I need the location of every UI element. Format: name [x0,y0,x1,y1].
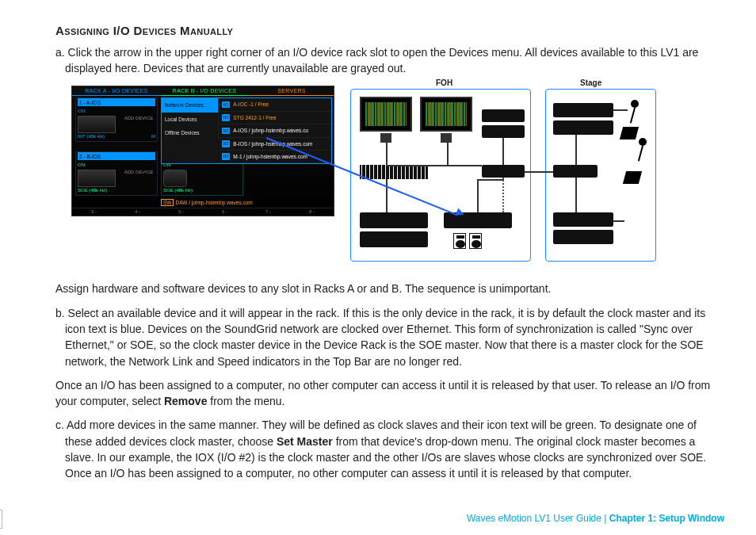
slot-2-title: 2 - B-IOS [78,152,155,160]
devices-menu-screenshot: RACK A - I/O DEVICES RACK B - I/O DEVICE… [71,86,334,216]
device-thumb [78,170,116,187]
soe-label: SOE (48k Hz) [163,187,193,195]
stage-rack [553,103,613,117]
stagebox-1 [482,109,525,122]
paragraph-b: b. Select an available device and it wil… [55,305,721,369]
monitor-2 [420,97,472,132]
rack-device [444,212,512,228]
devices-menu[interactable]: Network Devices Local Devices Offline De… [161,97,332,164]
device-thumb [163,170,187,187]
menu-cat-local[interactable]: Local Devices [162,113,219,126]
menu-item[interactable]: IOA-IOC -1 / Free [219,98,331,111]
stage-label: Stage [580,78,601,90]
section-heading: Assigning I/O Devices Manually [55,22,721,40]
slot-status: ON [78,108,85,115]
add-device-label: ADD DEVICE [124,170,154,175]
paragraph-a: a. Click the arrow in the upper right co… [55,44,721,77]
menu-item[interactable]: IOA-IOS / johnp-hsiembp.waves.co [219,124,331,137]
stage-rack [553,120,613,135]
slot-numbers: 3 -4 - 5 -6 - 7 -8 - [72,208,334,216]
stagebox-2 [482,125,525,138]
rack-a-header: RACK A - I/O DEVICES [72,86,161,96]
page-number: 42 [0,510,2,529]
menu-cat-offline[interactable]: Offline Devices [162,126,219,139]
stage-switch [553,165,598,178]
rack-b-header: RACK B - I/O DEVICES [161,86,248,96]
stage-rack [553,212,613,227]
paragraph-assign: Assign hardware and software devices to … [55,281,721,296]
slot-status: ON [78,162,85,169]
set-master-keyword: Set Master [277,435,333,448]
clock-label: INT (48k Hz) [78,133,105,141]
speaker-icon [453,233,466,249]
stage-rack [553,230,613,244]
rack-device [360,212,428,228]
paragraph-once: Once an I/O has been assigned to a compu… [55,377,721,410]
switch-device [482,165,525,178]
monitor-1 [360,97,412,132]
signal-flow-diagram: FOH Stage [350,86,721,268]
rack-device [360,231,428,247]
add-device-label: ADD DEVICE [124,116,154,121]
book-title: Waves eMotion LV1 User Guide | Chapter 1… [467,512,724,525]
speaker-icon [469,233,482,249]
menu-item[interactable]: IOSTG 2412-1 / Free [219,112,331,124]
servers-header: SERVERS [248,86,334,96]
slot-1-title: 1 - A-IOS [78,98,155,106]
daw-label: SWDAW / johnp-hsiembp.waves.com [161,199,253,206]
page-footer: 42 Waves eMotion LV1 User Guide | Chapte… [0,510,724,529]
striped-device [360,165,428,179]
paragraph-c: c. Add more devices in the same manner. … [55,417,721,481]
remove-keyword: Remove [164,395,207,407]
menu-item[interactable]: IOM-1 / johnp-hsiembp.waves.com [219,151,331,163]
device-thumb [78,116,116,133]
menu-item[interactable]: IOB-IOS / johnp-hsiembp.waves.com [219,138,331,151]
clock-label: SOE (48k Hz) [78,187,107,195]
foh-label: FOH [436,78,452,90]
menu-cat-network[interactable]: Network Devices [162,98,219,112]
